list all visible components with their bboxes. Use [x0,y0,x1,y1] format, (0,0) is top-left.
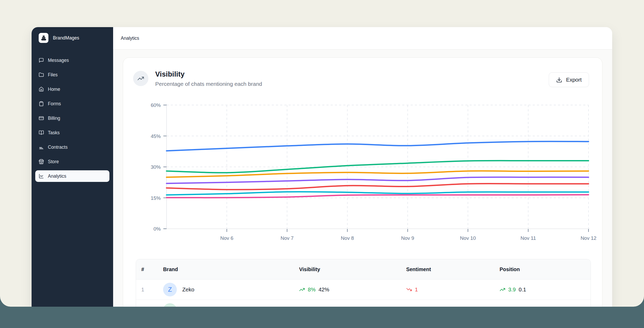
sidebar-item-files[interactable]: Files [35,69,109,81]
book-open-icon [39,130,44,135]
sidebar-item-messages[interactable]: Messages [35,54,109,66]
table-header-row: # Brand Visibility Sentiment Position [136,259,591,280]
clipboard-icon [39,101,44,106]
sidebar-item-label: Home [48,87,60,92]
sidebar-item-home[interactable]: Home [35,83,109,95]
app-window: BrandMages MessagesFilesHomeFormsBilling… [32,27,612,307]
trend-down-icon [406,287,412,292]
brand-logo-icon [39,33,48,43]
svg-text:60%: 60% [151,102,161,108]
svg-text:15%: 15% [151,195,161,201]
download-icon [556,77,562,83]
sentiment-value: 1 [415,286,418,293]
page-title: Analytics [121,36,139,41]
visibility-value: 42% [319,286,329,293]
table-row[interactable]: 1 Z Zeko 8% 42% [136,280,591,300]
sidebar-item-label: Contracts [48,145,68,150]
position-value: 0.1 [519,286,526,293]
sidebar-item-tasks[interactable]: Tasks [35,127,109,138]
home-icon [39,87,44,92]
rank-value: 1 [136,287,163,293]
line-series-4-purple [167,177,588,183]
desktop-background: BrandMages MessagesFilesHomeFormsBilling… [0,0,644,307]
credit-card-icon [39,116,44,121]
svg-text:45%: 45% [151,133,161,139]
visibility-line-chart: Nov 6Nov 7Nov 8Nov 9Nov 10Nov 11Nov 120%… [145,100,605,248]
export-button[interactable]: Export [549,72,589,87]
background-strip [0,307,644,328]
svg-text:Nov 11: Nov 11 [520,235,536,241]
brand-name: BrandMages [53,35,79,41]
sidebar-item-label: Tasks [48,130,60,136]
sidebar-item-analytics[interactable]: Analytics [35,170,109,182]
sidebar-item-label: Forms [48,101,61,107]
column-visibility: Visibility [299,266,406,272]
sidebar-item-label: Files [48,72,58,78]
trending-up-icon [133,71,148,86]
avatar [163,303,177,307]
message-square-icon [39,58,44,63]
svg-text:Nov 9: Nov 9 [401,235,414,241]
trend-up-icon [500,287,505,292]
line-series-5-red [167,183,588,190]
brand-name-value: Zeko [182,286,194,293]
store-icon [39,159,44,164]
svg-text:Nov 10: Nov 10 [460,235,476,241]
sidebar-item-contracts[interactable]: Contracts [35,141,109,153]
sidebar-item-forms[interactable]: Forms [35,98,109,110]
card-header: Visibility Percentage of chats mentionin… [123,58,602,87]
card-subtitle: Percentage of chats mentioning each bran… [155,81,262,87]
avatar: Z [163,283,177,296]
sidebar-nav: MessagesFilesHomeFormsBillingTasksContra… [32,54,113,182]
content-area: Visibility Percentage of chats mentionin… [113,49,612,307]
brand-logo: BrandMages [32,27,113,43]
signature-icon [39,145,44,150]
topbar: Analytics [113,27,612,49]
sidebar: BrandMages MessagesFilesHomeFormsBilling… [32,27,113,307]
visibility-card: Visibility Percentage of chats mentionin… [123,57,602,307]
column-rank: # [136,266,163,272]
position-change: 3.9 [508,286,516,293]
svg-text:0%: 0% [154,226,161,232]
svg-text:Nov 6: Nov 6 [220,235,233,241]
svg-text:Nov 7: Nov 7 [280,235,294,241]
brand-cell: Z Zeko [163,283,299,296]
visibility-cell: 8% 42% [299,286,406,293]
trend-up-icon [299,287,305,292]
table-row-partial[interactable] [136,300,591,307]
svg-text:30%: 30% [151,164,161,170]
column-brand: Brand [163,266,299,272]
sidebar-item-store[interactable]: Store [35,156,109,167]
column-position: Position [500,266,591,272]
position-cell: 3.9 0.1 [500,286,591,293]
line-series-3-orange [167,171,588,177]
svg-text:Nov 12: Nov 12 [581,235,596,241]
card-title: Visibility [155,70,262,78]
svg-text:Nov 8: Nov 8 [341,235,354,241]
export-label: Export [566,77,582,83]
brand-table: # Brand Visibility Sentiment Position 1 … [136,259,591,307]
sentiment-cell: 1 [406,286,500,293]
column-sentiment: Sentiment [406,266,500,272]
sidebar-item-label: Analytics [48,173,66,179]
main-area: Analytics Visibility Percentage of chats… [113,27,612,307]
chart-line-icon [39,173,44,179]
line-series-7-pink [167,195,588,198]
sidebar-item-billing[interactable]: Billing [35,112,109,124]
card-titles: Visibility Percentage of chats mentionin… [155,70,262,87]
sidebar-item-label: Store [48,159,59,165]
line-series-1-blue [167,141,588,151]
visibility-change: 8% [308,286,316,293]
sidebar-item-label: Billing [48,116,60,121]
sidebar-item-label: Messages [48,58,69,63]
folder-icon [39,72,44,77]
